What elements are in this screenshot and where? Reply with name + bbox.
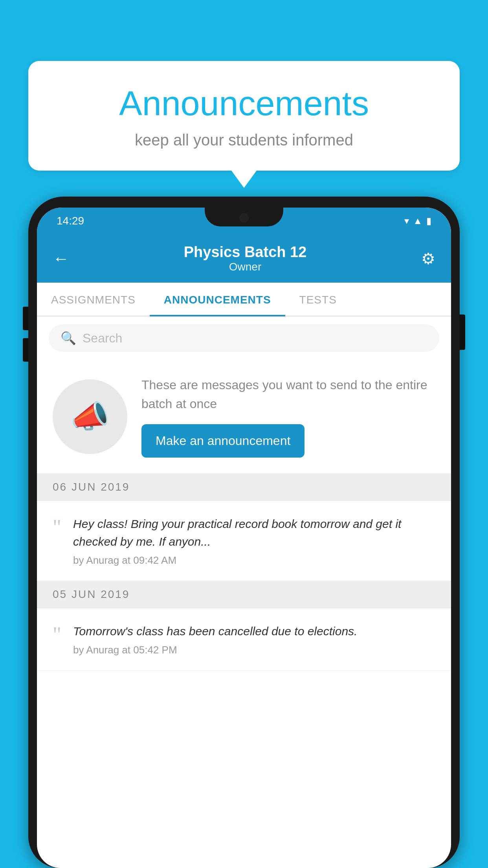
tab-announcements[interactable]: ANNOUNCEMENTS	[150, 283, 285, 316]
bubble-subtitle: keep all your students informed	[60, 131, 428, 149]
announcement-meta-2: by Anurag at 05:42 PM	[73, 644, 435, 656]
phone-screen: 14:29 ▾ ▲ ▮ ← Physics Batch 12 Owner ⚙	[37, 208, 451, 868]
header-subtitle: Owner	[184, 261, 307, 273]
promo-icon-circle: 📣	[53, 379, 127, 454]
quote-icon-1: "	[53, 517, 61, 538]
speech-bubble-tail	[231, 171, 257, 188]
back-button[interactable]: ←	[53, 249, 69, 268]
announcement-item-2: " Tomorrow's class has been cancelled du…	[37, 608, 451, 671]
announcement-content-1: Hey class! Bring your practical record b…	[73, 515, 435, 566]
tab-assignments[interactable]: ASSIGNMENTS	[37, 283, 150, 316]
promo-block: 📣 These are messages you want to send to…	[37, 360, 451, 474]
app-header: ← Physics Batch 12 Owner ⚙	[37, 233, 451, 283]
battery-icon: ▮	[426, 215, 431, 226]
announcement-text-2: Tomorrow's class has been cancelled due …	[73, 622, 435, 640]
camera-notch	[239, 213, 249, 223]
bubble-title: Announcements	[60, 85, 428, 123]
date-header-2: 05 JUN 2019	[37, 581, 451, 608]
search-container: 🔍 Search	[37, 316, 451, 360]
header-title: Physics Batch 12	[184, 244, 307, 261]
announcement-item-1: " Hey class! Bring your practical record…	[37, 501, 451, 581]
phone-outer: 14:29 ▾ ▲ ▮ ← Physics Batch 12 Owner ⚙	[28, 197, 460, 868]
announcement-text-1: Hey class! Bring your practical record b…	[73, 515, 435, 550]
make-announcement-button[interactable]: Make an announcement	[141, 424, 305, 458]
status-time: 14:29	[57, 215, 84, 227]
search-placeholder: Search	[83, 331, 122, 346]
gear-icon[interactable]: ⚙	[421, 250, 435, 268]
search-bar[interactable]: 🔍 Search	[49, 324, 439, 352]
promo-right: These are messages you want to send to t…	[141, 375, 435, 458]
status-icons: ▾ ▲ ▮	[404, 215, 431, 226]
tabs-bar: ASSIGNMENTS ANNOUNCEMENTS TESTS	[37, 283, 451, 316]
announcement-meta-1: by Anurag at 09:42 AM	[73, 554, 435, 566]
phone-wrapper: 14:29 ▾ ▲ ▮ ← Physics Batch 12 Owner ⚙	[28, 197, 460, 868]
promo-description: These are messages you want to send to t…	[141, 375, 435, 413]
search-icon: 🔍	[61, 331, 76, 346]
speech-bubble-section: Announcements keep all your students inf…	[28, 61, 460, 188]
tab-tests[interactable]: TESTS	[285, 283, 351, 316]
header-center: Physics Batch 12 Owner	[184, 244, 307, 273]
status-bar: 14:29 ▾ ▲ ▮	[37, 208, 451, 233]
date-header-1: 06 JUN 2019	[37, 474, 451, 501]
announcement-content-2: Tomorrow's class has been cancelled due …	[73, 622, 435, 656]
megaphone-icon: 📣	[70, 398, 110, 435]
wifi-icon: ▾	[404, 215, 409, 226]
speech-bubble: Announcements keep all your students inf…	[28, 61, 460, 171]
signal-icon: ▲	[413, 215, 422, 226]
quote-icon-2: "	[53, 624, 61, 645]
